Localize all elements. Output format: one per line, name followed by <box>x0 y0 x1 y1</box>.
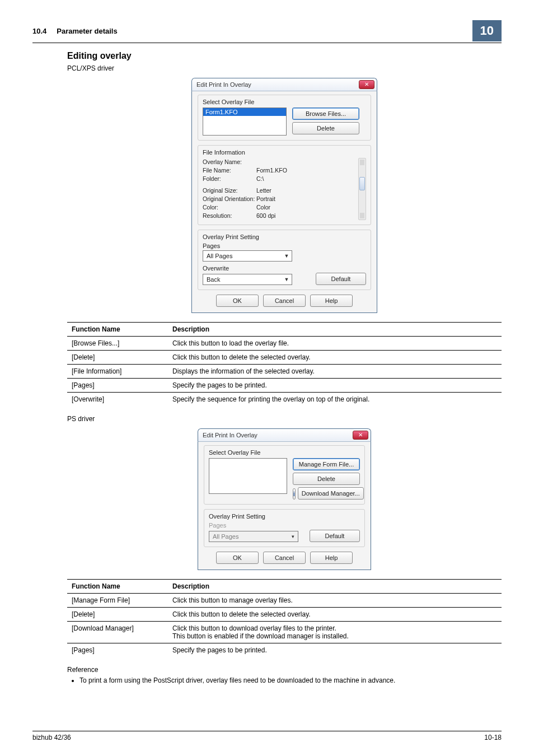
kv-resolution-v: 600 dpi <box>256 212 353 220</box>
kv-file-name-k: File Name: <box>203 166 256 175</box>
th-description: Description <box>168 580 502 594</box>
kv-folder-v: C:\ <box>256 175 353 183</box>
kv-overlay-name-v <box>256 158 353 166</box>
dialog-title: Edit Print In Overlay <box>196 81 251 88</box>
overlay-print-setting-label: Overlay Print Setting <box>203 234 366 240</box>
footer-page: 10-18 <box>484 734 502 741</box>
table-row: [Delete]Click this button to delete the … <box>67 608 502 622</box>
table-row: [Manage Form File]Click this button to m… <box>67 594 502 608</box>
pages-label: Pages <box>209 522 360 529</box>
kv-color-v: Color <box>256 203 353 212</box>
overlay-file-listbox[interactable]: Form1.KFO <box>203 108 287 136</box>
driver-ps-label: PS driver <box>67 415 502 423</box>
th-description: Description <box>168 323 502 337</box>
pages-label: Pages <box>203 242 366 249</box>
dialog-title: Edit Print In Overlay <box>203 432 257 438</box>
default-button[interactable]: Default <box>310 530 360 542</box>
ok-button[interactable]: OK <box>216 552 259 564</box>
heading-editing-overlay: Editing overlay <box>67 51 502 61</box>
file-info-scrollbar[interactable] <box>358 158 366 220</box>
footer-model: bizhub 42/36 <box>32 734 71 741</box>
function-table-ps: Function Name Description [Manage Form F… <box>67 579 502 657</box>
info-icon[interactable]: i <box>293 488 296 500</box>
section-number: 10.4 <box>32 27 46 35</box>
chapter-badge: 10 <box>472 20 502 41</box>
overwrite-combo[interactable]: Back ▼ <box>203 274 292 285</box>
select-overlay-label: Select Overlay File <box>209 449 360 456</box>
kv-orig-orient-v: Portrait <box>256 195 353 203</box>
default-button[interactable]: Default <box>316 273 366 285</box>
table-row: [Delete]Click this button to delete the … <box>67 351 502 365</box>
reference-bullet: To print a form using the PostScript dri… <box>79 676 502 685</box>
cancel-button[interactable]: Cancel <box>263 552 306 564</box>
cancel-button[interactable]: Cancel <box>263 295 306 307</box>
pages-combo: All Pages ▾ <box>209 531 298 542</box>
close-icon[interactable]: ✕ <box>359 80 374 89</box>
overwrite-label: Overwrite <box>203 265 366 272</box>
file-information-label: File Information <box>203 149 366 156</box>
overlay-file-listbox[interactable] <box>209 458 287 494</box>
browse-files-button[interactable]: Browse Files... <box>292 108 359 120</box>
pages-combo[interactable]: All Pages ▼ <box>203 250 292 262</box>
manage-form-file-button[interactable]: Manage Form File... <box>293 458 360 470</box>
delete-button[interactable]: Delete <box>293 473 360 485</box>
close-icon[interactable]: ✕ <box>353 431 368 440</box>
download-manager-button[interactable]: Download Manager... <box>298 487 364 500</box>
select-overlay-label: Select Overlay File <box>203 99 254 105</box>
kv-folder-k: Folder: <box>203 175 256 183</box>
th-function-name: Function Name <box>67 580 168 594</box>
kv-orig-size-v: Letter <box>256 186 353 195</box>
kv-resolution-k: Resolution: <box>203 212 256 220</box>
table-row: [Pages]Specify the pages to be printed. <box>67 379 502 393</box>
table-row: [Download Manager]Click this button to d… <box>67 622 502 643</box>
driver-pclxps-label: PCL/XPS driver <box>67 64 502 72</box>
table-row: [Overwrite]Specify the sequence for prin… <box>67 393 502 407</box>
th-function-name: Function Name <box>67 323 168 337</box>
dialog-edit-print-in-overlay-pcl: Edit Print In Overlay ✕ Select Overlay F… <box>191 78 377 313</box>
help-button[interactable]: Help <box>310 295 353 307</box>
overlay-print-setting-label: Overlay Print Setting <box>209 513 360 520</box>
ok-button[interactable]: OK <box>216 295 259 307</box>
kv-color-k: Color: <box>203 203 256 212</box>
kv-orig-size-k: Original Size: <box>203 186 256 195</box>
function-table-pcl: Function Name Description [Browse Files.… <box>67 322 502 406</box>
dialog-edit-print-in-overlay-ps: Edit Print In Overlay ✕ Select Overlay F… <box>198 428 371 570</box>
section-title: Parameter details <box>57 27 466 35</box>
table-row: [File Information]Displays the informati… <box>67 365 502 379</box>
help-button[interactable]: Help <box>310 552 353 564</box>
chevron-down-icon: ▼ <box>283 251 291 260</box>
kv-overlay-name-k: Overlay Name: <box>203 158 256 166</box>
kv-orig-orient-k: Original Orientation: <box>203 195 256 203</box>
overlay-file-selected[interactable]: Form1.KFO <box>203 108 286 116</box>
table-row: [Browse Files...]Click this button to lo… <box>67 337 502 351</box>
pages-value: All Pages <box>207 253 232 259</box>
overwrite-value: Back <box>207 276 220 283</box>
titlebar: Edit Print In Overlay ✕ <box>191 78 377 91</box>
titlebar: Edit Print In Overlay ✕ <box>198 428 371 441</box>
kv-file-name-v: Form1.KFO <box>256 166 353 175</box>
reference-heading: Reference <box>67 666 502 674</box>
table-row: [Pages]Specify the pages to be printed. <box>67 643 502 657</box>
chevron-down-icon: ▼ <box>283 275 291 284</box>
pages-value: All Pages <box>213 533 238 540</box>
chevron-down-icon: ▾ <box>289 532 297 541</box>
delete-button[interactable]: Delete <box>292 122 359 134</box>
